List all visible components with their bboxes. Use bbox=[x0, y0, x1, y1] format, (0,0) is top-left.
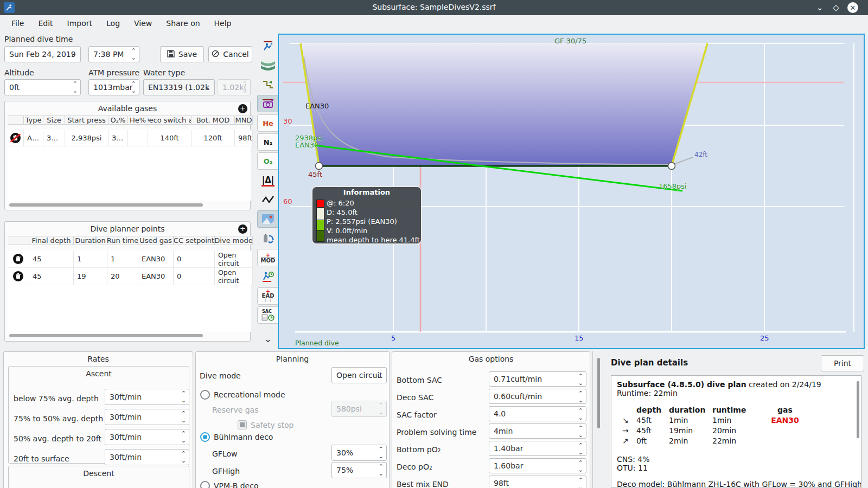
dive-time-spinner[interactable]: 7:38 PM ⌃⌄ bbox=[88, 46, 139, 62]
gas-o2-cell[interactable]: 3… bbox=[108, 130, 128, 146]
vpmb-deco-radio[interactable] bbox=[200, 481, 210, 488]
gases-col-mnd[interactable]: MND bbox=[235, 115, 253, 125]
menu-log[interactable]: Log bbox=[99, 17, 127, 30]
deco-po2-spinner[interactable]: 1.60bar ⌃⌄ bbox=[489, 458, 586, 473]
toggle-pheo-button[interactable]: He bbox=[257, 114, 279, 132]
gas-mnd-cell[interactable]: 98ft bbox=[235, 130, 253, 146]
point-duration-cell[interactable]: 1 bbox=[74, 251, 107, 268]
toggle-dc-reported-ceiling-button[interactable]: |Δ| bbox=[257, 172, 279, 189]
dive-profile-chart[interactable]: GF 30/75 EAN30 2938psi EAN30 45ft 42ft 1… bbox=[278, 34, 865, 349]
spin-down-icon[interactable]: ⌄ bbox=[578, 397, 583, 404]
gases-col-deco-switch[interactable]: Deco switch at bbox=[148, 115, 192, 125]
spin-down-icon[interactable]: ⌄ bbox=[578, 466, 583, 473]
point-depth-cell[interactable]: 45 bbox=[29, 268, 74, 285]
point-depth-cell[interactable]: 45 bbox=[29, 251, 74, 268]
spin-down-icon[interactable]: ⌄ bbox=[181, 437, 186, 444]
spin-down-icon[interactable]: ⌄ bbox=[578, 484, 583, 488]
gases-col-bot-mod[interactable]: Bot. MOD bbox=[192, 115, 235, 125]
points-col-mode[interactable]: Dive mode bbox=[215, 236, 253, 245]
spin-down-icon[interactable]: ⌄ bbox=[131, 87, 136, 94]
gases-hscrollbar[interactable] bbox=[9, 203, 203, 207]
spin-up-icon[interactable]: ⌃ bbox=[379, 446, 384, 453]
refill-tank-button[interactable] bbox=[257, 229, 279, 247]
edit-dive-profile-button[interactable] bbox=[257, 37, 279, 55]
toggle-mod-button[interactable]: + MOD bbox=[257, 249, 279, 266]
dive-date-combo[interactable]: Sun Feb 24, 2019 ⌄ bbox=[4, 46, 81, 62]
gas-row-delete[interactable] bbox=[8, 130, 24, 146]
spin-down-icon[interactable]: ⌄ bbox=[578, 449, 583, 456]
point-gas-cell[interactable]: EAN30 bbox=[138, 251, 174, 268]
point-row-delete[interactable] bbox=[8, 268, 29, 285]
gas-size-cell[interactable]: 3… bbox=[43, 130, 65, 146]
spin-up-icon[interactable]: ⌃ bbox=[73, 80, 78, 87]
spin-down-icon[interactable]: ⌄ bbox=[131, 54, 136, 61]
point-runtime-cell[interactable]: 20 bbox=[107, 268, 138, 285]
spin-up-icon[interactable]: ⌃ bbox=[131, 80, 136, 87]
menu-view[interactable]: View bbox=[127, 17, 159, 30]
gas-he-cell[interactable] bbox=[128, 130, 148, 146]
information-tooltip[interactable]: Information @: 6:20 D: 45.0ft P: 2,557ps… bbox=[311, 186, 422, 245]
problem-solving-time-spinner[interactable]: 4min ⌃⌄ bbox=[489, 423, 586, 439]
toggle-ndl-tts-button[interactable] bbox=[257, 268, 279, 285]
spin-down-icon[interactable]: ⌄ bbox=[181, 397, 186, 404]
gases-col-size[interactable]: Size bbox=[43, 115, 65, 125]
spin-up-icon[interactable]: ⌃ bbox=[578, 390, 583, 397]
spin-down-icon[interactable]: ⌄ bbox=[181, 457, 186, 464]
toggle-ead-button[interactable]: + EAD (···) bbox=[257, 287, 279, 305]
gas-start-press-cell[interactable]: 2,938psi bbox=[65, 130, 108, 146]
water-type-combo[interactable]: EN13319 (1.02k ⌄ bbox=[143, 79, 215, 95]
point-setpoint-cell[interactable]: 0 bbox=[174, 268, 215, 285]
toggle-po2-button[interactable]: O₂ bbox=[257, 152, 279, 170]
spin-up-icon[interactable]: ⌃ bbox=[578, 477, 583, 484]
point-runtime-cell[interactable]: 1 bbox=[107, 251, 138, 268]
spin-up-icon[interactable]: ⌃ bbox=[181, 410, 186, 417]
points-col-runtime[interactable]: Run time bbox=[107, 236, 138, 245]
gas-type-cell[interactable]: A… bbox=[24, 130, 43, 146]
buhlmann-deco-radio[interactable] bbox=[200, 432, 210, 442]
dive-mode-combo[interactable]: Open circuit ⌄ bbox=[331, 367, 387, 383]
point-gas-cell[interactable]: EAN30 bbox=[138, 268, 174, 285]
spin-up-icon[interactable]: ⌃ bbox=[181, 430, 186, 437]
toggle-pn2-button[interactable]: N₂ bbox=[257, 133, 279, 151]
profile-ruler-button[interactable] bbox=[257, 76, 279, 93]
spin-down-icon[interactable]: ⌄ bbox=[379, 470, 384, 477]
maximize-button[interactable]: ◇ bbox=[830, 2, 842, 14]
menu-import[interactable]: Import bbox=[60, 17, 99, 30]
save-button[interactable]: Save bbox=[160, 46, 204, 62]
menu-share-on[interactable]: Share on bbox=[159, 17, 207, 30]
toggle-heartrate-button[interactable] bbox=[257, 191, 279, 208]
spin-up-icon[interactable]: ⌃ bbox=[181, 450, 186, 457]
point-setpoint-cell[interactable]: 0 bbox=[174, 251, 215, 268]
toggle-photos-button[interactable] bbox=[257, 210, 279, 228]
spin-down-icon[interactable]: ⌄ bbox=[181, 417, 186, 424]
gases-col-he[interactable]: He% bbox=[128, 115, 148, 125]
add-point-button[interactable]: + bbox=[238, 224, 247, 234]
spin-up-icon[interactable]: ⌃ bbox=[578, 373, 583, 380]
tank-bar-button[interactable] bbox=[257, 95, 279, 112]
cancel-button[interactable]: Cancel bbox=[208, 46, 252, 62]
spin-up-icon[interactable]: ⌃ bbox=[578, 442, 583, 449]
points-col-duration[interactable]: Duration bbox=[74, 236, 107, 245]
rate-20ft-surface-spinner[interactable]: 30ft/min ⌃⌄ bbox=[105, 449, 189, 465]
print-button[interactable]: Print bbox=[821, 355, 864, 371]
toolbar-scroll-down-button[interactable]: ⌄ bbox=[257, 330, 279, 347]
gases-col-start-press[interactable]: Start press bbox=[65, 115, 108, 125]
points-col-setpoint[interactable]: CC setpoint bbox=[174, 236, 215, 245]
points-col-depth[interactable]: Final depth bbox=[29, 236, 74, 245]
spin-up-icon[interactable]: ⌃ bbox=[578, 407, 583, 414]
recreational-mode-radio[interactable] bbox=[200, 390, 210, 400]
point-duration-cell[interactable]: 19 bbox=[74, 268, 107, 285]
spin-down-icon[interactable]: ⌄ bbox=[578, 432, 583, 439]
menu-edit[interactable]: Edit bbox=[31, 17, 60, 30]
points-hscrollbar[interactable] bbox=[9, 334, 203, 337]
rate-75-50-spinner[interactable]: 30ft/min ⌃⌄ bbox=[105, 409, 189, 425]
spin-up-icon[interactable]: ⌃ bbox=[131, 47, 136, 54]
point-mode-cell[interactable]: Open circuit bbox=[215, 268, 253, 285]
spin-down-icon[interactable]: ⌄ bbox=[578, 414, 583, 421]
gfhigh-spinner[interactable]: 75% ⌃⌄ bbox=[331, 462, 387, 478]
gases-col-type[interactable]: Type bbox=[24, 115, 43, 125]
close-button[interactable]: ✕ bbox=[847, 2, 858, 13]
bottom-po2-spinner[interactable]: 1.40bar ⌃⌄ bbox=[489, 441, 586, 456]
gases-col-o2[interactable]: O₂% bbox=[108, 115, 128, 125]
toggle-sac-button[interactable]: SAC bbox=[257, 306, 279, 324]
